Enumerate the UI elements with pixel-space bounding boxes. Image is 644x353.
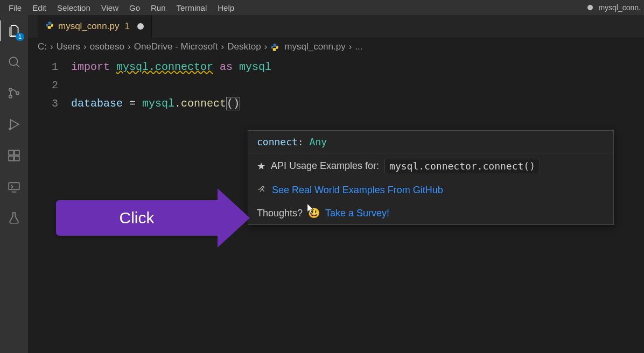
alias-name: mysql	[239, 61, 271, 73]
line-number-gutter: 1 2 3	[28, 58, 71, 113]
dirty-indicator-dot-icon	[587, 5, 593, 10]
code-line[interactable]: database = mysql.connect()	[71, 95, 644, 113]
python-file-icon	[270, 41, 281, 52]
breadcrumb-file[interactable]: mysql_conn.py	[284, 41, 345, 52]
breadcrumb-segment[interactable]: Users	[57, 41, 80, 52]
operator: =	[123, 97, 142, 110]
chevron-right-icon: ›	[50, 41, 53, 52]
svg-rect-6	[15, 150, 19, 155]
menu-go[interactable]: Go	[124, 2, 145, 13]
parentheses: ()	[226, 97, 240, 110]
chevron-right-icon: ›	[83, 41, 87, 52]
tab-mysql-conn[interactable]: mysql_conn.py 1	[38, 15, 152, 38]
code-line[interactable]	[71, 76, 644, 95]
take-survey-link[interactable]: Take a Survey!	[325, 208, 389, 219]
window-title: mysql_conn.	[598, 3, 641, 12]
see-examples-link[interactable]: See Real World Examples From GitHub	[272, 185, 443, 196]
svg-point-1	[9, 88, 12, 91]
code-editor[interactable]: 1 2 3 import mysql.connector as mysql da…	[28, 56, 644, 113]
menu-terminal[interactable]: Terminal	[171, 2, 213, 13]
variable-name: database	[71, 97, 123, 110]
run-debug-icon[interactable]	[6, 116, 22, 132]
chevron-right-icon: ›	[264, 41, 268, 52]
source-control-icon[interactable]	[6, 85, 22, 101]
telescope-icon	[257, 184, 267, 196]
editor-area: mysql_conn.py 1 C: › Users › osobeso › O…	[28, 15, 644, 353]
tab-filename: mysql_conn.py	[58, 21, 119, 32]
breadcrumb-tail[interactable]: ...	[355, 41, 362, 52]
annotation-arrow: Click	[56, 188, 250, 248]
api-usage-label: API Usage Examples for:	[271, 160, 379, 172]
signature-name: connect	[257, 136, 298, 147]
line-number: 2	[28, 76, 58, 95]
titlebar-right: mysql_conn.	[587, 3, 641, 12]
svg-point-4	[9, 128, 11, 130]
object-name: mysql	[142, 97, 174, 110]
menu-run[interactable]: Run	[145, 2, 171, 13]
svg-point-2	[9, 95, 12, 98]
breadcrumb-segment[interactable]: Desktop	[227, 41, 261, 52]
testing-icon[interactable]	[6, 210, 22, 226]
annotation-label: Click	[56, 200, 218, 236]
extensions-icon[interactable]	[6, 147, 22, 164]
line-number: 1	[28, 58, 58, 76]
explorer-icon[interactable]: 1	[6, 23, 22, 39]
hover-survey-row: Thoughts? 😃 Take a Survey!	[248, 202, 613, 224]
tab-dirty-close-icon[interactable]	[137, 23, 144, 30]
signature-type: Any	[310, 136, 327, 147]
menu-edit[interactable]: Edit	[27, 2, 52, 13]
chevron-right-icon: ›	[221, 41, 225, 52]
tab-modified-count: 1	[124, 21, 129, 32]
svg-rect-7	[9, 156, 13, 161]
breadcrumb[interactable]: C: › Users › osobeso › OneDrive - Micros…	[28, 38, 644, 56]
signature-colon: :	[298, 136, 310, 147]
chevron-right-icon: ›	[349, 41, 352, 52]
search-icon[interactable]	[6, 54, 22, 70]
remote-explorer-icon[interactable]	[6, 179, 22, 195]
menu-file[interactable]: File	[3, 2, 27, 13]
hover-tooltip: connect: Any ★ API Usage Examples for: m…	[248, 130, 614, 225]
hover-examples-row: See Real World Examples From GitHub	[248, 179, 613, 202]
explorer-badge: 1	[16, 33, 24, 41]
svg-point-0	[9, 57, 17, 65]
menu-view[interactable]: View	[96, 2, 124, 13]
menu-help[interactable]: Help	[212, 2, 240, 13]
menu-selection[interactable]: Selection	[52, 2, 96, 13]
arrow-head-icon	[218, 188, 250, 248]
svg-rect-5	[9, 150, 13, 155]
module-name: mysql.connector	[116, 61, 213, 73]
mouse-pointer-icon	[305, 202, 317, 218]
line-number: 3	[28, 95, 58, 113]
keyword-import: import	[71, 61, 110, 73]
thoughts-label: Thoughts?	[257, 208, 303, 219]
code-line[interactable]: import mysql.connector as mysql	[71, 58, 644, 76]
activity-bar: 1	[0, 15, 28, 353]
star-icon: ★	[257, 160, 265, 172]
svg-rect-8	[15, 156, 19, 161]
editor-tabs: mysql_conn.py 1	[28, 15, 644, 38]
chevron-right-icon: ›	[128, 41, 131, 52]
keyword-as: as	[220, 61, 233, 73]
python-file-icon	[45, 21, 54, 32]
breadcrumb-segment[interactable]: osobeso	[90, 41, 124, 52]
menu-bar: File Edit Selection View Go Run Terminal…	[0, 0, 644, 15]
hover-signature: connect: Any	[248, 131, 613, 153]
breadcrumb-segment[interactable]: C:	[38, 41, 47, 52]
hover-api-usage: ★ API Usage Examples for: mysql.connecto…	[248, 153, 613, 179]
code-lines[interactable]: import mysql.connector as mysql database…	[71, 58, 644, 113]
dot-operator: .	[174, 97, 181, 110]
function-name: connect	[181, 97, 226, 110]
svg-rect-9	[9, 182, 19, 189]
api-usage-token: mysql.connector.connect()	[384, 159, 540, 173]
breadcrumb-segment[interactable]: OneDrive - Microsoft	[134, 41, 218, 52]
